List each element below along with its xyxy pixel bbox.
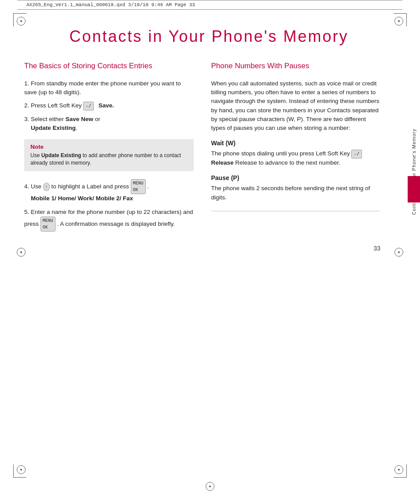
- wait-text: The phone stops dialing until you press …: [211, 149, 381, 167]
- right-col-divider: [211, 211, 381, 211]
- circle-mark-bottom: [206, 482, 214, 491]
- soft-key-icon-step2: -/: [83, 102, 93, 111]
- circle-mark-bl: [17, 465, 26, 474]
- step-5: 5. Enter a name for the phone number (up…: [24, 208, 194, 232]
- circle-mark-tl: [17, 17, 26, 26]
- note-box: Note Use Update Existing to add another …: [24, 139, 194, 172]
- sidebar-accent: [408, 176, 420, 202]
- note-text: Use Update Existing to add another phone…: [30, 152, 188, 167]
- left-column: The Basics of Storing Contacts Entries 1…: [24, 61, 194, 236]
- header-bar: AX265_Eng_Ver1.1_manual_090618.qxd 3/19/…: [18, 0, 402, 10]
- wait-heading: Wait (W): [211, 140, 381, 147]
- step-4: 4. Use ↑ to highlight a Label and press …: [24, 179, 194, 203]
- pause-heading: Pause (P): [211, 174, 381, 181]
- right-column: Phone Numbers With Pauses When you call …: [211, 61, 381, 236]
- circle-mark-mid-left: [17, 248, 26, 257]
- note-title: Note: [30, 143, 188, 150]
- page-title: Contacts in Your Phone's Memory: [24, 27, 394, 46]
- right-heading: Phone Numbers With Pauses: [211, 61, 381, 71]
- step-3: 3. Select either Save New or Update Exis…: [24, 115, 194, 133]
- ok-icon-step5: MENUOK: [41, 217, 55, 232]
- two-column-layout: The Basics of Storing Contacts Entries 1…: [24, 61, 380, 236]
- left-heading: The Basics of Storing Contacts Entries: [24, 61, 194, 71]
- circle-mark-tr: [394, 17, 403, 26]
- page-number: 33: [24, 245, 380, 252]
- circle-mark-br: [394, 465, 403, 474]
- ok-icon-step4: MENUOK: [131, 179, 146, 194]
- soft-key-icon-wait: -/: [351, 150, 361, 159]
- nav-icon-step4: ↑: [43, 183, 50, 191]
- file-info: AX265_Eng_Ver1.1_manual_090618.qxd 3/19/…: [26, 2, 195, 7]
- step-2: 2. Press Left Soft Key -/ Save.: [24, 101, 194, 110]
- main-content: Contacts in Your Phone's Memory The Basi…: [24, 10, 394, 252]
- circle-mark-mid-right: [394, 248, 403, 257]
- right-intro: When you call automated systems, such as…: [211, 79, 381, 133]
- sidebar-tab: Contacts in Your Phone's Memory: [408, 88, 420, 255]
- step-1: 1. From standby mode enter the phone num…: [24, 79, 194, 97]
- pause-text: The phone waits 2 seconds before sending…: [211, 184, 381, 202]
